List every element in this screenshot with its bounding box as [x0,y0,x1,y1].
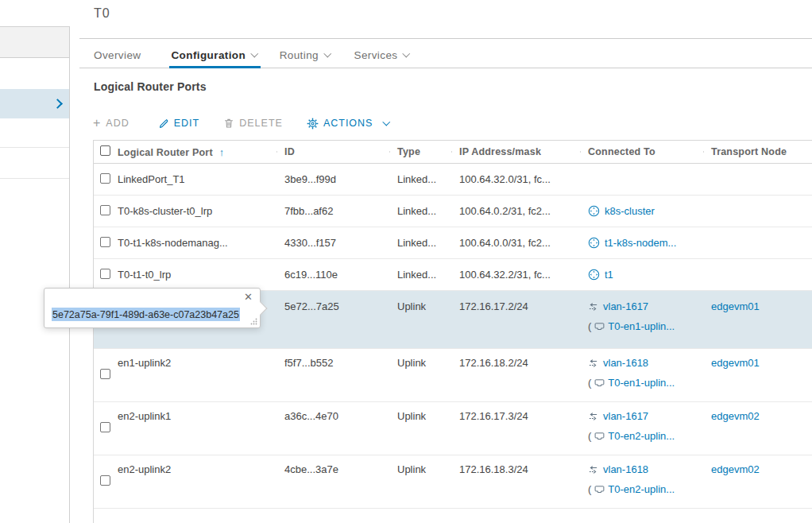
connected-router-link[interactable]: k8s-cluster [605,205,655,217]
row-checkbox-cell [94,173,118,186]
table-row[interactable]: T0-t1-t0_lrp 6c19...110e Linked... 100.6… [94,259,812,291]
port-transport: edgevm02 [703,455,812,475]
table-row[interactable]: en1-uplink2 f5f7...b552 Uplink 172.16.18… [94,349,812,402]
connected-router-link[interactable]: t1-k8s-nodem... [605,237,676,249]
tab-routing[interactable]: Routing [280,42,331,68]
port-ip: 100.64.32.0/31, fc... [451,173,580,185]
pencil-icon [158,118,169,129]
sidebar-list-item[interactable] [0,58,69,89]
row-checkbox[interactable] [100,173,110,184]
table-row[interactable]: T0-k8s-cluster-t0_lrp 7fbb...af62 Linked… [94,196,812,227]
select-all-checkbox[interactable] [100,145,110,156]
row-checkbox[interactable] [100,369,110,379]
row-checkbox-cell [94,237,118,250]
port-id: 4330...f157 [276,237,389,249]
vlan-segment-icon [588,358,598,368]
port-ip: 100.64.32.2/31, fc... [451,269,580,281]
segment-port-icon [594,432,605,441]
table-row[interactable]: LinkedPort_T1 3be9...f99d Linked... 100.… [94,164,812,196]
column-header-type[interactable]: Type [389,146,451,157]
column-header-connected[interactable]: Connected To [580,146,703,157]
port-type: Linked... [389,237,451,249]
logical-router-ports-table: Logical Router Port↑ ID Type IP Address/… [93,140,812,523]
sidebar-list-item-selected[interactable] [0,89,69,118]
close-icon[interactable]: ✕ [244,291,253,304]
row-checkbox[interactable] [100,422,110,432]
resize-grip-icon[interactable] [250,318,257,325]
port-ip: 100.64.0.2/31, fc2... [451,205,580,217]
tab-services-label: Services [354,49,398,61]
logical-router-icon [588,269,600,281]
port-name: en2-uplink1 [118,402,276,422]
column-header-name[interactable]: Logical Router Port↑ [118,146,276,158]
column-header-ip-label: IP Address/mask [459,146,541,157]
column-header-transport[interactable]: Transport Node [703,146,812,157]
connected-port-link[interactable]: T0-en2-uplin... [608,430,675,442]
actions-button[interactable]: ACTIONS [307,118,389,130]
port-name: LinkedPort_T1 [118,173,276,185]
sidebar-list-item[interactable] [0,118,69,148]
paren-text: ( [588,430,591,442]
edit-button[interactable]: EDIT [158,118,199,129]
connected-port-link[interactable]: T0-en2-uplin... [608,483,675,495]
column-header-id[interactable]: ID [276,146,389,157]
connected-vlan-link[interactable]: vlan-1618 [603,463,648,475]
column-header-transport-label: Transport Node [711,146,787,157]
add-button-label: ADD [106,118,129,129]
connected-router-link[interactable]: t1 [605,269,613,281]
row-checkbox[interactable] [100,237,110,247]
tab-overview[interactable]: Overview [94,42,141,68]
port-type: Linked... [389,205,451,217]
port-id: 3be9...f99d [276,173,389,185]
delete-button-label: DELETE [239,118,283,129]
plus-icon: + [93,117,101,130]
port-connected: vlan-1617 (T0-en2-uplin... [580,402,703,442]
table-row[interactable]: en2-uplink2 4cbe...3a7e Uplink 172.16.18… [94,455,812,509]
transport-node-link[interactable]: edgevm02 [711,410,760,422]
port-type: Uplink [389,349,451,369]
column-header-connected-label: Connected To [588,146,655,157]
row-checkbox[interactable] [100,205,110,215]
gear-icon [307,118,319,130]
tab-configuration[interactable]: Configuration [171,42,257,68]
transport-node-link[interactable]: edgevm01 [711,357,760,369]
page-title: T0 [94,6,110,21]
segment-port-icon [594,378,605,388]
tab-services[interactable]: Services [354,42,409,68]
port-connected: t1-k8s-nodem... [580,237,703,249]
row-checkbox-cell [94,475,118,488]
port-type: Uplink [389,455,451,475]
vlan-segment-icon [588,412,598,421]
sidebar-list-item[interactable] [0,148,69,179]
section-title: Logical Router Ports [94,80,207,93]
tab-bar: Overview Configuration Routing Services [79,42,812,68]
transport-node-link[interactable]: edgevm02 [711,463,760,475]
table-row[interactable]: T0-t1-k8s-nodemanag... 4330...f157 Linke… [94,227,812,259]
port-id: 4cbe...3a7e [276,455,389,475]
row-checkbox[interactable] [100,269,110,279]
header-divider [79,38,812,39]
port-type: Uplink [389,402,451,422]
connected-port-link[interactable]: T0-en1-uplin... [608,377,675,389]
connected-vlan-link[interactable]: vlan-1618 [603,357,648,369]
paren-text: ( [588,377,591,389]
row-checkbox-cell [94,369,118,382]
port-ip: 172.16.17.2/24 [451,291,580,312]
paren-text: ( [588,320,591,332]
port-ip: 172.16.18.3/24 [451,455,580,475]
edit-button-label: EDIT [174,118,199,129]
transport-node-link[interactable]: edgevm01 [711,300,760,312]
port-name: T0-t1-t0_lrp [118,269,276,281]
column-header-ip[interactable]: IP Address/mask [451,146,580,157]
connected-vlan-link[interactable]: vlan-1617 [603,300,648,312]
tooltip-id-value[interactable]: 5e72a75a-79f1-489d-a63e-c07a23b47a25 [52,308,240,320]
row-checkbox[interactable] [100,475,110,486]
connected-vlan-link[interactable]: vlan-1617 [603,410,648,422]
port-type: Linked... [389,173,451,185]
connected-port-link[interactable]: T0-en1-uplin... [608,320,675,332]
column-header-name-label: Logical Router Port [118,147,213,158]
table-row[interactable]: en2-uplink1 a36c...4e70 Uplink 172.16.17… [94,402,812,455]
vlan-segment-icon [588,302,598,312]
sidebar-header-band [0,27,69,58]
row-checkbox-cell [94,269,118,281]
